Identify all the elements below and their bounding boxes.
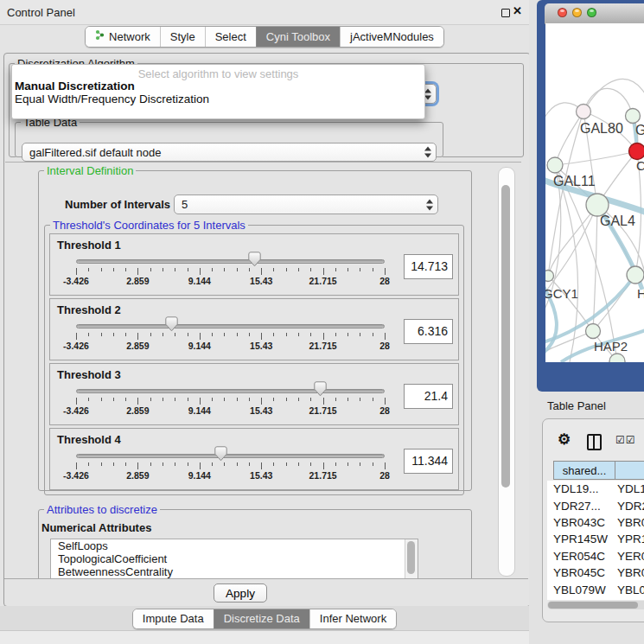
network-node[interactable] <box>547 157 563 173</box>
tab-network[interactable]: Network <box>86 27 160 47</box>
zoom-traffic-light-icon[interactable] <box>587 8 596 17</box>
tab-label: jActiveMNodules <box>350 30 434 43</box>
table-row[interactable]: YBL079WYBL0 <box>547 581 644 597</box>
tick-mark <box>101 268 102 271</box>
tab-jactivemnodules[interactable]: jActiveMNodules <box>340 27 443 47</box>
tick-mark <box>212 333 213 336</box>
tab-label: Select <box>215 30 246 43</box>
threshold-value-field[interactable]: 11.344 <box>404 449 453 474</box>
interval-definition-title: Interval Definition <box>44 164 136 177</box>
scrollbar-thumb[interactable] <box>501 185 510 488</box>
table-row[interactable]: YDL19...YDL1 <box>547 481 644 497</box>
tick-mark <box>188 398 188 401</box>
table-column-header[interactable]: shared... <box>553 461 615 480</box>
tab-cyni-toolbox[interactable]: Cyni Toolbox <box>256 27 340 47</box>
threshold-slider[interactable]: -3.4262.8599.14415.4321.71528 <box>70 446 392 486</box>
table-row[interactable]: YER054CYER0 <box>547 548 644 564</box>
split-view-icon[interactable] <box>587 434 602 450</box>
close-traffic-light-icon[interactable] <box>558 8 567 17</box>
apply-button[interactable]: Apply <box>214 583 267 603</box>
tick-mark <box>373 462 373 466</box>
table-row[interactable]: YDR27...YDR2 <box>547 497 644 513</box>
scrollbar-thumb[interactable] <box>548 602 638 609</box>
network-canvas[interactable]: GAL80GCGAL11GAL4GCY1HHAP2 <box>545 23 644 362</box>
tick-label: 28 <box>379 470 390 481</box>
tick-mark <box>175 398 175 401</box>
algorithm-option[interactable]: Equal Width/Frequency Discretization <box>15 92 422 105</box>
network-graph[interactable]: GAL80GCGAL11GAL4GCY1HHAP2 <box>545 23 644 362</box>
threshold-value-field[interactable]: 14.713 <box>404 254 453 279</box>
tick-mark <box>348 333 348 336</box>
tick-mark <box>261 398 262 405</box>
number-of-intervals-combo[interactable]: 5 <box>174 194 438 214</box>
column-checkboxes-icon[interactable]: ☑☑ <box>615 434 636 446</box>
table-data-combo[interactable]: galFiltered.sif default node <box>22 143 437 162</box>
tick-mark <box>335 398 336 401</box>
attributes-list-scrollbar[interactable] <box>405 539 418 579</box>
tab-label: Infer Network <box>320 612 386 625</box>
tick-mark <box>237 462 238 466</box>
table-column-header[interactable]: n <box>615 461 644 480</box>
network-node[interactable] <box>626 109 641 124</box>
network-node[interactable] <box>629 143 644 160</box>
table-horizontal-scrollbar[interactable] <box>547 601 644 609</box>
gear-icon[interactable]: ⚙ <box>558 432 571 447</box>
threshold-slider[interactable]: -3.4262.8599.14415.4321.71528 <box>70 381 392 421</box>
threshold-panel: Threshold 3-3.4262.8599.14415.4321.71528… <box>49 363 459 425</box>
attribute-item[interactable]: BetweennessCentrality <box>51 565 418 578</box>
network-node[interactable] <box>545 271 554 282</box>
node-label: H <box>637 286 644 301</box>
network-node[interactable] <box>586 324 601 339</box>
slider-thumb[interactable] <box>214 446 227 462</box>
table-cell: YER0 <box>609 550 644 563</box>
network-window-titlebar[interactable] <box>545 3 644 24</box>
tick-label: 28 <box>379 341 390 351</box>
tab-label: Network <box>109 30 150 43</box>
threshold-value-field[interactable]: 6.316 <box>404 319 453 344</box>
table-cell: YDL1 <box>609 482 644 495</box>
network-node[interactable] <box>577 105 591 119</box>
tick-mark <box>286 333 287 336</box>
table-row[interactable]: YLR345WYLR3 <box>547 598 644 600</box>
node-label: GAL80 <box>580 121 623 136</box>
tick-mark <box>113 462 114 466</box>
tab-discretize-data[interactable]: Discretize Data <box>214 609 309 628</box>
tick-mark <box>224 398 225 401</box>
float-window-icon[interactable] <box>501 9 510 17</box>
attribute-item[interactable]: TopologicalCoefficient <box>51 552 418 565</box>
scrollbar-thumb[interactable] <box>407 541 415 574</box>
tab-select[interactable]: Select <box>205 27 256 47</box>
tick-mark <box>249 462 250 466</box>
attribute-item[interactable]: SelfLoops <box>51 539 418 552</box>
attributes-group: Attributes to discretize Numerical Attri… <box>38 503 472 579</box>
table-row[interactable]: YBR045CYBR0 <box>547 564 644 581</box>
tab-impute-data[interactable]: Impute Data <box>133 609 214 628</box>
tab-infer-network[interactable]: Infer Network <box>309 609 396 628</box>
table-row[interactable]: YPR145WYPR1 <box>547 531 644 547</box>
tab-style[interactable]: Style <box>160 27 205 47</box>
close-icon[interactable]: ✕ <box>513 4 522 17</box>
numerical-attributes-list[interactable]: SelfLoopsTopologicalCoefficientBetweenne… <box>50 539 418 579</box>
settings-scrollbar[interactable] <box>498 167 515 577</box>
table-cell: YBL079W <box>547 583 609 596</box>
slider-track <box>76 389 385 393</box>
slider-thumb[interactable] <box>165 316 178 332</box>
tick-label: 15.43 <box>250 341 272 351</box>
tick-mark <box>310 268 311 271</box>
node-label: GCY1 <box>545 286 578 301</box>
slider-thumb[interactable] <box>248 252 261 267</box>
table-panel: ⚙ ☑☑ shared...n YDL19...YDL1YDR27...YDR2… <box>542 418 644 622</box>
network-node[interactable] <box>627 266 644 284</box>
tick-mark <box>298 398 299 401</box>
tick-label: 15.43 <box>250 405 272 416</box>
threshold-slider[interactable]: -3.4262.8599.14415.4321.71528 <box>70 316 392 356</box>
tick-mark <box>76 398 77 405</box>
threshold-slider[interactable]: -3.4262.8599.14415.4321.71528 <box>70 252 392 291</box>
threshold-value-field[interactable]: 21.4 <box>404 384 453 409</box>
algorithm-option[interactable]: Manual Discretization <box>15 80 422 92</box>
tick-mark <box>323 462 324 469</box>
node-label: GAL11 <box>553 174 596 188</box>
table-row[interactable]: YBR043CYBR0 <box>547 514 644 531</box>
slider-thumb[interactable] <box>314 381 327 397</box>
minimize-traffic-light-icon[interactable] <box>572 8 582 17</box>
